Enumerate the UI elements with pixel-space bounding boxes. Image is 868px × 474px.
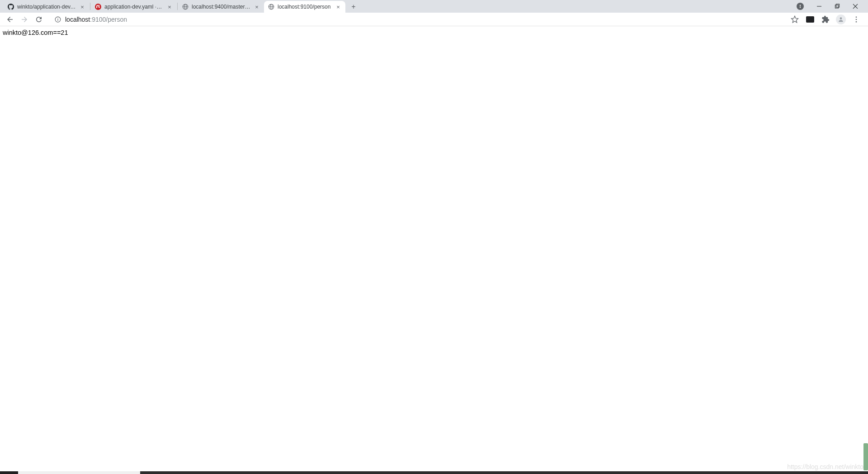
site-info-icon[interactable] — [54, 16, 61, 23]
tab-1[interactable]: application-dev.yaml · winkto/ × — [91, 1, 177, 13]
maximize-button[interactable] — [831, 0, 844, 13]
close-icon[interactable]: × — [166, 3, 173, 10]
reload-button[interactable] — [33, 13, 45, 26]
scrollbar-thumb[interactable] — [863, 443, 868, 470]
close-window-button[interactable] — [849, 0, 862, 13]
close-icon[interactable]: × — [79, 3, 86, 10]
tab-title-2: localhost:9400/master/applica — [192, 4, 250, 10]
toolbar: localhost:9100/person — [0, 13, 868, 26]
close-icon[interactable]: × — [253, 3, 260, 10]
tab-title-0: winkto/application-dev.yaml a — [17, 4, 76, 10]
back-button[interactable] — [4, 13, 16, 26]
extensions-puzzle-icon[interactable] — [819, 13, 832, 26]
menu-dots-icon[interactable] — [850, 13, 863, 26]
sync-indicator-icon[interactable] — [797, 3, 804, 10]
url-host: localhost — [65, 16, 90, 23]
tab-title-1: application-dev.yaml · winkto/ — [104, 4, 163, 10]
profile-avatar-icon[interactable] — [835, 13, 847, 26]
globe-icon — [182, 3, 189, 10]
svg-rect-9 — [836, 4, 840, 7]
svg-point-17 — [856, 19, 857, 20]
globe-icon — [268, 3, 275, 10]
svg-point-18 — [856, 21, 857, 22]
svg-point-16 — [856, 16, 857, 18]
tab-3-active[interactable]: localhost:9100/person × — [264, 1, 345, 13]
tab-separator — [177, 3, 178, 10]
svg-rect-8 — [835, 5, 839, 8]
minimize-button[interactable] — [813, 0, 826, 13]
tab-strip: winkto/application-dev.yaml a × applicat… — [0, 0, 868, 13]
response-text: winkto@126.com==21 — [3, 29, 68, 36]
url-text: localhost:9100/person — [65, 16, 779, 23]
watermark-text: https://blog.csdn.net/winkto — [787, 463, 863, 470]
page-content: winkto@126.com==21 — [0, 26, 868, 39]
url-path: :9100/person — [90, 16, 127, 23]
github-icon — [7, 3, 14, 10]
new-tab-button[interactable]: + — [347, 1, 360, 13]
tab-title-3: localhost:9100/person — [278, 4, 332, 10]
address-bar[interactable]: localhost:9100/person — [50, 13, 784, 26]
window-controls — [797, 0, 868, 13]
tab-0[interactable]: winkto/application-dev.yaml a × — [4, 1, 90, 13]
gitee-icon — [94, 3, 102, 10]
bookmark-star-icon[interactable] — [788, 13, 801, 26]
svg-point-15 — [840, 17, 842, 19]
forward-button[interactable] — [18, 13, 31, 26]
taskbar-sliver — [0, 471, 868, 474]
toolbar-right — [788, 13, 864, 26]
tab-2[interactable]: localhost:9400/master/applica × — [178, 1, 264, 13]
tab-separator — [90, 3, 90, 10]
close-icon[interactable]: × — [335, 3, 342, 10]
svg-point-14 — [57, 18, 58, 18]
extension-icon[interactable] — [804, 13, 816, 26]
